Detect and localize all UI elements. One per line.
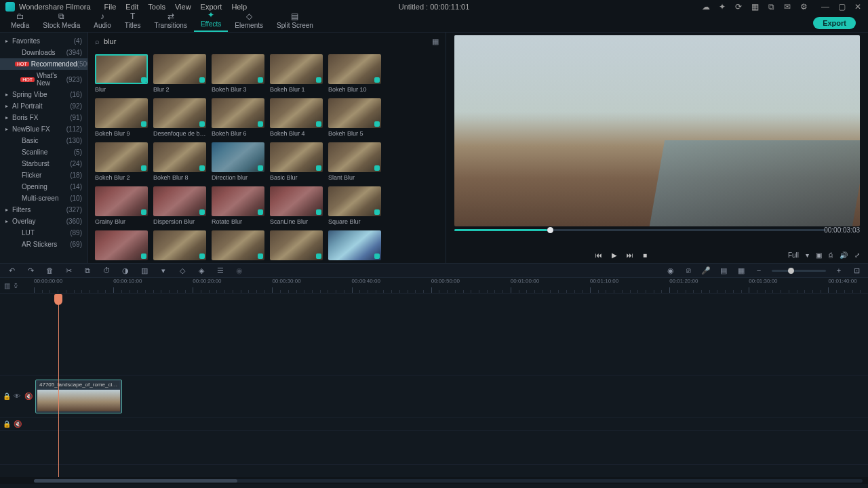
mail-icon[interactable]: ✉: [783, 2, 792, 12]
sidebar-item-downloads[interactable]: Downloads(394): [0, 47, 87, 58]
effect-blur[interactable]: Blur: [95, 54, 148, 93]
keyframe2-icon[interactable]: ◈: [197, 266, 206, 275]
list-icon[interactable]: ☰: [216, 266, 225, 275]
tab-stock-media[interactable]: ⧉Stock Media: [36, 12, 87, 32]
preview-scrubber[interactable]: [454, 229, 826, 231]
cloud-icon[interactable]: ☁: [701, 2, 711, 12]
effect-direction-blur[interactable]: Direction blur: [212, 142, 264, 181]
effect-slant-blur[interactable]: Slant Blur: [328, 142, 381, 181]
playhead[interactable]: [54, 294, 62, 305]
effect-blur-to-clear[interactable]: Blur to Clear: [95, 230, 148, 263]
effect-bokeh-blur-3[interactable]: Bokeh Blur 3: [212, 54, 264, 93]
color-icon[interactable]: ◑: [121, 266, 130, 275]
menu-tools[interactable]: Tools: [148, 3, 165, 11]
effect-bokeh-blur-8[interactable]: Bokeh Blur 8: [153, 142, 206, 181]
sidebar-item-lut[interactable]: LUT(89): [0, 227, 87, 239]
stop-button[interactable]: ■: [643, 251, 647, 259]
track-visible-icon[interactable]: 👁: [14, 392, 21, 400]
sidebar-item-ai-portrait[interactable]: ▸AI Portrait(92): [0, 100, 87, 112]
menu-edit[interactable]: Edit: [125, 3, 138, 11]
grid-icon[interactable]: ▦: [750, 2, 760, 12]
tab-media[interactable]: 🗀Media: [4, 12, 36, 32]
grid-view-icon[interactable]: ▦: [432, 37, 439, 46]
tab-titles[interactable]: TTitles: [118, 12, 148, 32]
effect-bokeh-blur-9[interactable]: Bokeh Blur 9: [95, 98, 148, 137]
effect-square-blur[interactable]: Square Blur: [328, 186, 381, 225]
redo-icon[interactable]: ↷: [26, 266, 35, 275]
effect-desenfoque-de-bokeh-[interactable]: Desenfoque de bokeh...: [153, 98, 206, 137]
audio-mute-icon[interactable]: 🔇: [14, 420, 21, 428]
track-mute-icon[interactable]: 🔇: [24, 392, 32, 400]
sidebar-item-spring-vibe[interactable]: ▸Spring Vibe(16): [0, 89, 87, 100]
maximize-icon[interactable]: ▢: [837, 2, 846, 12]
camera-icon[interactable]: ⎙: [829, 251, 833, 259]
sidebar-item-opening[interactable]: Opening(14): [0, 181, 87, 192]
menu-file[interactable]: File: [104, 3, 117, 11]
sidebar-item-what-s-new[interactable]: HOTWhat's New(923): [0, 70, 87, 89]
audio-lock-icon[interactable]: 🔒: [3, 420, 10, 428]
render-icon[interactable]: ▤: [719, 266, 728, 275]
tab-effects[interactable]: ✦Effects: [194, 10, 228, 32]
effect-bokeh-blur-5[interactable]: Bokeh Blur 5: [328, 98, 381, 137]
track-manager-icon[interactable]: ▥: [4, 282, 10, 289]
minimize-icon[interactable]: —: [821, 2, 830, 12]
sidebar-item-multi-screen[interactable]: Multi-screen(10): [0, 192, 87, 204]
preview-viewport[interactable]: [454, 35, 860, 226]
sidebar-item-favorites[interactable]: ▸Favorites(4): [0, 35, 87, 47]
effect-bokeh-blur-4[interactable]: Bokeh Blur 4: [270, 98, 323, 137]
effect-rotate-blur[interactable]: Rotate Blur: [212, 186, 264, 225]
zoom-fit-icon[interactable]: ⊡: [852, 266, 861, 275]
greenscreen-icon[interactable]: ▥: [140, 266, 149, 275]
keyframe-icon[interactable]: ◇: [178, 266, 187, 275]
layout-icon[interactable]: ⧉: [766, 2, 776, 12]
split-icon[interactable]: ✂: [64, 266, 73, 275]
mixer-icon[interactable]: ⎚: [684, 266, 693, 275]
effect-bokeh-blur-1[interactable]: Bokeh Blur 1: [270, 54, 323, 93]
fullscreen-icon[interactable]: ⤢: [854, 251, 860, 259]
track-lock-icon[interactable]: 🔒: [3, 392, 10, 400]
sidebar-item-ar-stickers[interactable]: AR Stickers(69): [0, 239, 87, 250]
voiceover-icon[interactable]: ◉: [235, 266, 244, 275]
tab-elements[interactable]: ◇Elements: [228, 12, 270, 32]
zoom-slider[interactable]: [772, 270, 826, 272]
search-input[interactable]: [104, 37, 428, 45]
sidebar-item-overlay[interactable]: ▸Overlay(360): [0, 216, 87, 227]
volume-icon[interactable]: 🔊: [840, 251, 848, 259]
mic-icon[interactable]: 🎤: [701, 266, 711, 275]
effect-up-down-2[interactable]: Up-Down 2: [270, 230, 323, 263]
effect-bokeh-blur-2[interactable]: Bokeh Blur 2: [95, 142, 148, 181]
sidebar-item-newblue-fx[interactable]: ▸NewBlue FX(112): [0, 123, 87, 135]
sidebar-item-boris-fx[interactable]: ▸Boris FX(91): [0, 112, 87, 123]
crop-icon[interactable]: ⧉: [83, 266, 92, 275]
sidebar-item-basic[interactable]: Basic(130): [0, 135, 87, 146]
marker-dropdown-icon[interactable]: ▾: [159, 266, 168, 275]
sidebar-item-scanline[interactable]: Scanline(5): [0, 146, 87, 158]
menu-help[interactable]: Help: [231, 3, 247, 11]
effect-scanline-blur[interactable]: ScanLine Blur: [270, 186, 323, 225]
effect-dispersion-blur[interactable]: Dispersion Blur: [153, 186, 206, 225]
close-icon[interactable]: ✕: [853, 2, 863, 12]
effect-amflash[interactable]: AmFlash: [212, 230, 264, 263]
menu-view[interactable]: View: [175, 3, 191, 11]
sidebar-item-flicker[interactable]: Flicker(18): [0, 169, 87, 181]
zoom-in-icon[interactable]: +: [834, 266, 844, 275]
export-button[interactable]: Export: [813, 17, 856, 29]
sidebar-item-recommended[interactable]: HOTRecommended(500): [0, 58, 87, 70]
sync-icon[interactable]: ⟳: [734, 2, 743, 12]
record-icon[interactable]: ◉: [666, 266, 675, 275]
magnet-icon[interactable]: ⧲: [14, 282, 18, 289]
next-frame-button[interactable]: ⏭: [627, 251, 633, 259]
snapshot-icon[interactable]: ▣: [816, 251, 822, 259]
play-button[interactable]: ▶: [612, 251, 617, 259]
effect-blue-explosion[interactable]: Blue Explosion: [328, 230, 381, 263]
speed-icon[interactable]: ⏱: [102, 266, 111, 275]
undo-icon[interactable]: ↶: [7, 266, 16, 275]
effect-blur-2[interactable]: Blur 2: [153, 54, 206, 93]
sidebar-item-filters[interactable]: ▸Filters(327): [0, 204, 87, 216]
delete-icon[interactable]: 🗑: [45, 266, 54, 275]
guide-icon[interactable]: ▦: [736, 266, 746, 275]
settings-icon[interactable]: ⚙: [799, 2, 808, 12]
prev-frame-button[interactable]: ⏮: [595, 251, 602, 259]
effect-basic-blur[interactable]: Basic Blur: [270, 142, 323, 181]
sparkle-icon[interactable]: ✦: [717, 2, 727, 12]
